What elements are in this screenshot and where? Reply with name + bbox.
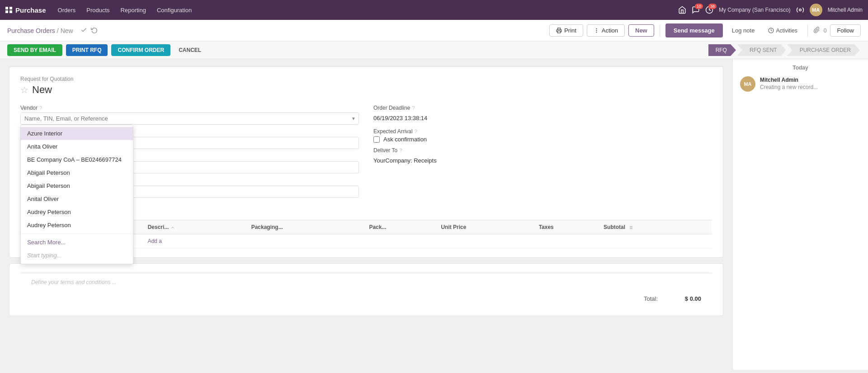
terms-placeholder[interactable]: Define your terms and conditions ... bbox=[31, 279, 117, 285]
chat-user-name: Mitchell Admin bbox=[760, 77, 798, 83]
print-label: Print bbox=[564, 27, 576, 34]
send-email-button[interactable]: SEND BY EMAIL bbox=[7, 44, 62, 56]
menu-products[interactable]: Products bbox=[82, 5, 114, 15]
send-message-button[interactable]: Send message bbox=[665, 23, 723, 37]
ask-confirmation-checkbox[interactable] bbox=[373, 136, 380, 143]
top-nav-right: 10 38 My Company (San Francisco) MA Mitc… bbox=[678, 4, 863, 16]
dropdown-divider bbox=[21, 233, 133, 234]
confirm-order-button[interactable]: CONFIRM ORDER bbox=[111, 44, 170, 56]
app-logo[interactable]: Purchase bbox=[5, 6, 46, 14]
user-name: Mitchell Admin bbox=[828, 7, 863, 13]
action-label: Action bbox=[602, 27, 618, 34]
svg-point-1 bbox=[799, 9, 801, 11]
clock-icon-btn[interactable]: 38 bbox=[705, 6, 713, 14]
favorite-star-icon[interactable]: ☆ bbox=[20, 84, 28, 95]
sidebar-body: Today MA Mitchell Admin Creating a new r… bbox=[733, 59, 868, 370]
deliver-to-label: Deliver To ? bbox=[373, 147, 712, 154]
record-type-label: Request for Quotation bbox=[20, 76, 712, 82]
home-icon-btn[interactable] bbox=[678, 6, 686, 14]
form-title: New bbox=[32, 84, 52, 96]
svg-rect-2 bbox=[557, 31, 561, 33]
expected-arrival-help-icon: ? bbox=[415, 129, 417, 134]
chat-message: MA Mitchell Admin Creating a new record.… bbox=[740, 76, 861, 92]
today-label: Today bbox=[740, 65, 861, 71]
breadcrumb-current: New bbox=[61, 27, 73, 34]
print-button[interactable]: Print bbox=[549, 24, 583, 37]
messages-icon-btn[interactable]: 10 bbox=[692, 6, 700, 14]
vendor-input[interactable] bbox=[21, 113, 349, 124]
col-packaging: Packaging... bbox=[249, 220, 367, 234]
deliver-to-value: YourCompany: Receipts bbox=[373, 155, 712, 166]
svg-point-5 bbox=[596, 32, 597, 33]
settings-icon-btn[interactable] bbox=[796, 6, 804, 14]
print-rfq-button[interactable]: PRINT RFQ bbox=[66, 44, 108, 56]
top-navigation: Purchase Orders Products Reporting Confi… bbox=[0, 0, 868, 20]
form-left: Vendor ? ▼ Azure Interior Anita Oli bbox=[20, 105, 359, 198]
dropdown-start-typing: Start typing... bbox=[21, 249, 133, 262]
col-description: Descri... bbox=[145, 220, 249, 234]
log-note-button[interactable]: Log note bbox=[726, 23, 760, 37]
divider2 bbox=[807, 24, 808, 37]
pipeline-step-purchase-order[interactable]: PURCHASE ORDER bbox=[787, 44, 860, 56]
svg-point-4 bbox=[596, 28, 597, 29]
svg-point-3 bbox=[596, 30, 597, 31]
activities-button[interactable]: Activities bbox=[764, 25, 802, 36]
activities-label: Activities bbox=[776, 28, 797, 34]
add-note-link[interactable]: Add a bbox=[148, 238, 162, 244]
chat-content: Mitchell Admin Creating a new record... bbox=[760, 76, 861, 92]
chat-avatar: MA bbox=[740, 76, 755, 92]
dropdown-item-4[interactable]: Abigail Peterson bbox=[21, 179, 133, 192]
vendor-help-icon: ? bbox=[39, 105, 42, 111]
follow-button[interactable]: Follow bbox=[830, 24, 861, 37]
dropdown-search-more[interactable]: Search More... bbox=[21, 236, 133, 249]
vendor-dropdown-arrow-icon[interactable]: ▼ bbox=[349, 116, 359, 121]
app-name: Purchase bbox=[15, 6, 46, 14]
total-value: $ 0.00 bbox=[665, 295, 701, 302]
breadcrumb-separator: / bbox=[57, 27, 59, 34]
menu-orders[interactable]: Orders bbox=[53, 5, 80, 15]
vendor-dropdown-menu: Azure Interior Anita Oliver BE Company C… bbox=[20, 125, 133, 264]
cloud-save-icon-btn[interactable] bbox=[80, 27, 87, 35]
order-deadline-help-icon: ? bbox=[412, 105, 415, 111]
action-toolbar: SEND BY EMAIL PRINT RFQ CONFIRM ORDER CA… bbox=[0, 42, 868, 59]
form-card: Request for Quotation ☆ New Vendor ? bbox=[9, 66, 723, 258]
main-layout: Request for Quotation ☆ New Vendor ? bbox=[0, 59, 868, 370]
dropdown-item-2[interactable]: BE Company CoA – BE0246697724 bbox=[21, 153, 133, 166]
action-button[interactable]: Action bbox=[587, 24, 625, 37]
col-taxes: Taxes bbox=[536, 220, 601, 234]
breadcrumb-parent[interactable]: Purchase Orders bbox=[7, 27, 55, 34]
vendor-dropdown[interactable]: ▼ bbox=[20, 112, 359, 125]
order-deadline-label: Order Deadline ? bbox=[373, 105, 712, 111]
dropdown-item-7[interactable]: Audrey Peterson bbox=[21, 219, 133, 232]
totals-row: Total: $ 0.00 bbox=[20, 291, 712, 307]
dropdown-item-6[interactable]: Audrey Peterson bbox=[21, 205, 133, 219]
main-menu: Orders Products Reporting Configuration bbox=[53, 5, 678, 15]
chat-text: Creating a new record... bbox=[760, 84, 861, 90]
new-button[interactable]: New bbox=[628, 24, 654, 37]
dropdown-item-1[interactable]: Anita Oliver bbox=[21, 140, 133, 153]
vendor-input-wrap: ▼ Azure Interior Anita Oliver BE Company… bbox=[20, 112, 359, 125]
expected-arrival-label: Expected Arrival ? bbox=[373, 128, 712, 135]
col-pack: Pack... bbox=[366, 220, 438, 234]
dropdown-item-3[interactable]: Abigail Peterson bbox=[21, 166, 133, 179]
pipeline: RFQ RFQ SENT PURCHASE ORDER bbox=[708, 44, 861, 56]
menu-configuration[interactable]: Configuration bbox=[152, 5, 196, 15]
form-fields: Vendor ? ▼ Azure Interior Anita Oli bbox=[20, 105, 712, 198]
pipeline-step-rfq[interactable]: RFQ bbox=[708, 44, 736, 56]
divider bbox=[660, 24, 660, 37]
dropdown-item-0[interactable]: Azure Interior bbox=[21, 127, 133, 140]
menu-reporting[interactable]: Reporting bbox=[116, 5, 151, 15]
pipeline-step-rfq-sent[interactable]: RFQ SENT bbox=[737, 44, 786, 56]
cancel-button[interactable]: CANCEL bbox=[174, 44, 206, 56]
refresh-icon-btn[interactable] bbox=[91, 27, 98, 35]
vendor-field: Vendor ? ▼ Azure Interior Anita Oli bbox=[20, 105, 359, 125]
order-deadline-value: 06/19/2023 13:38:14 bbox=[373, 112, 712, 124]
grid-icon bbox=[5, 7, 13, 13]
avatar: MA bbox=[810, 4, 822, 16]
attachment-icon-btn[interactable] bbox=[813, 27, 820, 35]
sidebar: Today MA Mitchell Admin Creating a new r… bbox=[732, 59, 868, 370]
dropdown-item-5[interactable]: Anital Oliver bbox=[21, 192, 133, 205]
sub-header: Purchase Orders / New Print Action New S… bbox=[0, 20, 868, 42]
terms-card: Define your terms and conditions ... Tot… bbox=[9, 263, 723, 316]
form-right: Order Deadline ? 06/19/2023 13:38:14 Exp… bbox=[373, 105, 712, 198]
